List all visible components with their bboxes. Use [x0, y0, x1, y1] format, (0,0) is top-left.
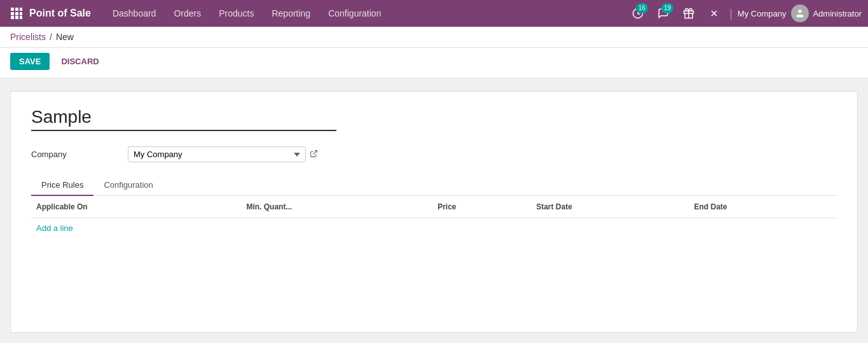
user-name: Administrator	[813, 9, 862, 18]
col-applicable-on: Applicable On	[31, 196, 241, 218]
pricelist-name-input[interactable]	[31, 107, 336, 131]
svg-rect-0	[11, 8, 14, 11]
svg-rect-7	[15, 16, 18, 19]
svg-rect-3	[11, 12, 14, 15]
company-label: Company	[31, 150, 120, 159]
company-name[interactable]: My Company	[738, 9, 787, 18]
svg-rect-4	[15, 12, 18, 15]
top-navigation: Point of Sale Dashboard Orders Products …	[0, 0, 868, 27]
tab-price-rules[interactable]: Price Rules	[31, 175, 93, 196]
svg-point-14	[799, 10, 802, 13]
svg-rect-1	[15, 8, 18, 11]
tabs-container: Price Rules Configuration Applicable On …	[31, 175, 837, 238]
company-field-row: Company My Company	[31, 146, 837, 162]
nav-separator: |	[729, 7, 733, 20]
action-bar: SAVE DISCARD	[0, 48, 868, 78]
svg-line-15	[313, 150, 317, 154]
tabs-header: Price Rules Configuration	[31, 175, 837, 196]
breadcrumb-separator: /	[50, 32, 52, 42]
col-end-date: End Date	[689, 196, 837, 218]
nav-configuration[interactable]: Configuration	[319, 0, 390, 27]
svg-rect-5	[20, 12, 22, 15]
messages-button[interactable]: 19	[653, 3, 673, 24]
nav-dashboard[interactable]: Dashboard	[104, 0, 165, 27]
breadcrumb: Pricelists / New	[0, 27, 868, 48]
nav-links: Dashboard Orders Products Reporting Conf…	[104, 0, 625, 27]
activity-button[interactable]: 16	[628, 3, 648, 24]
tab-configuration[interactable]: Configuration	[93, 175, 163, 196]
activity-badge: 16	[636, 3, 648, 13]
user-menu[interactable]: Administrator	[791, 4, 862, 22]
app-title: Point of Sale	[29, 8, 91, 19]
nav-products[interactable]: Products	[210, 0, 263, 27]
messages-badge: 19	[661, 3, 673, 13]
main-content: Company My Company Price Rules Configura	[0, 78, 868, 343]
add-line-row: Add a line	[31, 218, 837, 239]
close-button[interactable]	[704, 3, 724, 24]
col-min-quantity: Min. Quant...	[241, 196, 432, 218]
add-line-button[interactable]: Add a line	[36, 223, 73, 233]
nav-reporting[interactable]: Reporting	[263, 0, 319, 27]
svg-rect-8	[20, 16, 22, 19]
user-avatar	[791, 4, 809, 22]
svg-rect-2	[20, 8, 22, 11]
company-select[interactable]: My Company	[128, 146, 306, 162]
topbar-right: 16 19 | My Company	[628, 3, 862, 24]
discard-button[interactable]: DISCARD	[55, 53, 105, 70]
breadcrumb-current: New	[56, 32, 74, 42]
apps-menu-button[interactable]	[6, 3, 27, 24]
gift-button[interactable]	[679, 3, 699, 24]
company-control: My Company	[128, 146, 318, 162]
form-card: Company My Company Price Rules Configura	[10, 91, 858, 333]
price-rules-table: Applicable On Min. Quant... Price Start …	[31, 196, 837, 238]
save-button[interactable]: SAVE	[10, 53, 50, 70]
nav-orders[interactable]: Orders	[165, 0, 210, 27]
breadcrumb-parent[interactable]: Pricelists	[10, 32, 46, 42]
svg-rect-6	[11, 16, 14, 19]
col-start-date: Start Date	[531, 196, 689, 218]
col-price: Price	[432, 196, 531, 218]
external-link-icon[interactable]	[310, 150, 318, 160]
